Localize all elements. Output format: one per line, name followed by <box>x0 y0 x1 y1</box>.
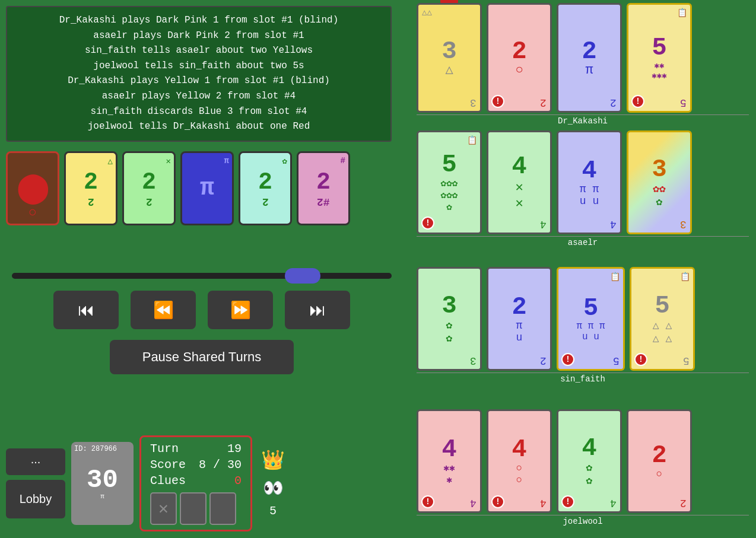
clues-value: 0 <box>234 474 242 488</box>
chat-button[interactable]: ··· <box>6 448 65 475</box>
hand-card-1: ⬤ ○ <box>6 151 59 225</box>
error-badge-2: ! <box>631 95 644 108</box>
stats-turn-row: Turn 19 <box>150 442 242 456</box>
opponent-sinfaith: 3 ✿ ✿ 3 2 π u 2 📋 5 π π π u u 5 ! 📋 <box>417 267 749 384</box>
note-icon-a1: 📋 <box>467 135 477 145</box>
joelwool-card-1: 4 ✱✱ ✱ 4 ! <box>417 409 482 513</box>
stats-clues-row: Clues 0 <box>150 474 242 488</box>
eyes-icon: 👀 <box>263 478 284 498</box>
asaelr-card-2: 4 ✕ ✕ 4 <box>487 130 552 234</box>
drkakashi-card-1: △△ 3 △ 3 <box>417 3 482 113</box>
score-value: 8 / 30 <box>199 458 242 472</box>
sinfaith-card-4: 📋 5 △ △ △ △ 5 ! <box>630 267 695 371</box>
hand-card-2: △ 2 2 <box>64 151 117 225</box>
asaelr-card-1: 📋 5 ✿✿✿ ✿✿✿ ✿ ! <box>417 130 482 234</box>
asaelr-card-4: 3 ✿✿ ✿ 3 <box>627 130 692 234</box>
joelwool-cards: 4 ✱✱ ✱ 4 ! 4 ○ ○ 4 ! 4 ✿ ✿ 4 ! 2 <box>417 409 749 513</box>
log-line-1: Dr_Kakashi plays Dark Pink 1 from slot #… <box>13 13 385 28</box>
fast-forward-button[interactable]: ⏩ <box>208 291 273 329</box>
note-icon-s4: 📋 <box>680 272 690 282</box>
asaelr-label: asaelr <box>417 236 749 247</box>
asaelr-card-3: 4 π π u u 4 <box>557 130 622 234</box>
joelwool-err-3: ! <box>561 495 574 508</box>
progress-thumb[interactable] <box>285 268 320 284</box>
hand-card-5: ✿ 2 2 <box>239 151 292 225</box>
player-number: 30 <box>87 467 118 493</box>
player-hand: ⬤ ○ △ 2 2 ✕ 2 2 π π ✿ 2 2 # 2 #2 <box>6 151 350 225</box>
sinfaith-card-3: 📋 5 π π π u u 5 ! <box>557 267 625 371</box>
opponent-asaelr: 📋 5 ✿✿✿ ✿✿✿ ✿ ! 4 ✕ ✕ 4 4 π π u u 4 3 <box>417 130 749 247</box>
asaelr-cards: 📋 5 ✿✿✿ ✿✿✿ ✿ ! 4 ✕ ✕ 4 4 π π u u 4 3 <box>417 130 749 234</box>
progress-track[interactable] <box>12 273 392 279</box>
drkakashi-card-3: 2 π 2 <box>557 3 622 113</box>
player-id: ID: 287966 <box>74 445 117 453</box>
stats-box: Turn 19 Score 8 / 30 Clues 0 ✕ <box>139 435 252 531</box>
joelwool-label: joelwool <box>417 515 749 526</box>
lobby-button[interactable]: Lobby <box>6 480 65 518</box>
log-line-8: joelwool tells Dr_Kakashi about one Red <box>13 119 385 135</box>
log-line-6: asaelr plays Yellow 2 from slot #4 <box>13 89 385 104</box>
log-line-5: Dr_Kakashi plays Yellow 1 from slot #1 (… <box>13 74 385 89</box>
transport-controls: ⏮ ⏪ ⏩ ⏭ <box>12 291 392 329</box>
joelwool-err-1: ! <box>421 495 434 508</box>
log-line-4: joelwool tells sin_faith about two 5s <box>13 59 385 74</box>
pause-shared-turns-button[interactable]: Pause Shared Turns <box>110 340 294 374</box>
clues-label: Clues <box>150 474 186 488</box>
joelwool-card-2: 4 ○ ○ 4 ! <box>487 409 552 513</box>
joelwool-card-4: 2 ○ 2 <box>627 409 692 513</box>
stats-cards: ✕ <box>150 492 242 525</box>
hand-card-4: π π <box>180 151 234 225</box>
sinfaith-cards: 3 ✿ ✿ 3 2 π u 2 📋 5 π π π u u 5 ! 📋 <box>417 267 749 371</box>
joelwool-err-2: ! <box>491 495 504 508</box>
skip-forward-button[interactable]: ⏭ <box>285 291 350 329</box>
crown-icon: 👑 <box>261 448 285 472</box>
log-line-7: sin_faith discards Blue 3 from slot #4 <box>13 104 385 120</box>
skip-back-button[interactable]: ⏮ <box>53 291 119 329</box>
drkakashi-card-2: 2 ○ 2 ! <box>487 3 552 113</box>
left-panel: Dr_Kakashi plays Dark Pink 1 from slot #… <box>0 0 404 538</box>
turn-label: Turn <box>150 442 179 456</box>
log-line-2: asaelr plays Dark Pink 2 from slot #1 <box>13 28 385 44</box>
sinfaith-label: sin_faith <box>417 373 749 384</box>
turn-value: 19 <box>227 442 242 456</box>
opponent-drkakashi: △△ 3 △ 3 2 ○ 2 ! 2 π 2 📋 5 ✱✱ <box>417 3 749 126</box>
note-icon: 📋 <box>677 8 687 18</box>
player-sub: π <box>100 493 104 500</box>
asaelr-err-1: ! <box>421 217 434 230</box>
drkakashi-label: Dr_Kakashi <box>417 114 749 126</box>
game-log: Dr_Kakashi plays Dark Pink 1 from slot #… <box>6 6 392 142</box>
sinfaith-err-1: ! <box>561 353 574 366</box>
note-icon-s3: 📋 <box>610 272 620 282</box>
rewind-button[interactable]: ⏪ <box>131 291 196 329</box>
stats-card-2 <box>180 492 207 525</box>
side-icons: 👑 👀 5 <box>261 448 285 518</box>
hand-card-3: ✕ 2 2 <box>122 151 176 225</box>
opponent-joelwool: 4 ✱✱ ✱ 4 ! 4 ○ ○ 4 ! 4 ✿ ✿ 4 ! 2 <box>417 409 749 526</box>
sinfaith-card-2: 2 π u 2 <box>487 267 552 371</box>
hand-card-6: # 2 #2 <box>297 151 350 225</box>
drkakashi-card-4: 📋 5 ✱✱ ✱✱✱ 5 ! <box>627 3 692 113</box>
score-label: Score <box>150 458 186 472</box>
player-token: ID: 287966 30 π <box>71 442 134 525</box>
slider-area: ⏮ ⏪ ⏩ ⏭ Pause Shared Turns <box>12 273 392 374</box>
error-badge: ! <box>491 95 504 108</box>
stats-card-1: ✕ <box>150 492 177 525</box>
side-number: 5 <box>269 504 277 518</box>
log-line-3: sin_faith tells asaelr about two Yellows <box>13 43 385 59</box>
stats-score-row: Score 8 / 30 <box>150 458 242 472</box>
sinfaith-card-1: 3 ✿ ✿ 3 <box>417 267 482 371</box>
joelwool-card-3: 4 ✿ ✿ 4 ! <box>557 409 622 513</box>
drkakashi-cards: △△ 3 △ 3 2 ○ 2 ! 2 π 2 📋 5 ✱✱ <box>417 3 749 113</box>
bottom-bar: ··· Lobby ID: 287966 30 π Turn 19 Score … <box>0 428 404 538</box>
right-panel: △△ 3 △ 3 2 ○ 2 ! 2 π 2 📋 5 ✱✱ <box>409 0 756 538</box>
sinfaith-err-2: ! <box>634 353 647 366</box>
stats-card-3 <box>209 492 236 525</box>
